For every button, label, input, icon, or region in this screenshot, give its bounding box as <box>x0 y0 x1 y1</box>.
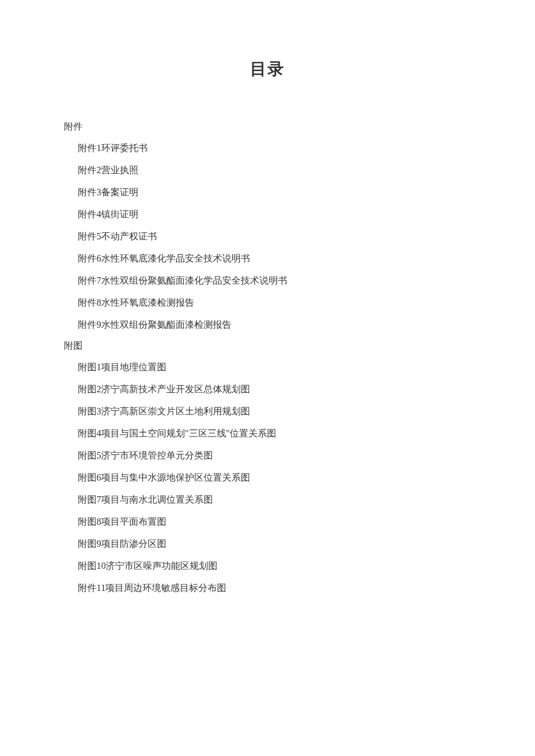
document-title: 目录 <box>64 58 471 80</box>
toc-item: 附图7项目与南水北调位置关系图 <box>64 493 471 507</box>
toc-item: 附件3备案证明 <box>64 185 471 199</box>
toc-item: 附件4镇街证明 <box>64 207 471 221</box>
toc-item: 附图10济宁市区噪声功能区规划图 <box>64 559 471 573</box>
toc-item: 附件11项目周边环境敏感目标分布图 <box>64 581 471 595</box>
toc-item: 附图9项目防渗分区图 <box>64 537 471 551</box>
toc-item: 附图6项目与集中水源地保护区位置关系图 <box>64 471 471 485</box>
toc-item: 附图3济宁高新区崇文片区土地利用规划图 <box>64 404 471 418</box>
toc-item: 附件2营业执照 <box>64 163 471 177</box>
toc-item: 附图1项目地理位置图 <box>64 360 471 374</box>
toc-item: 附图8项目平面布置图 <box>64 515 471 529</box>
toc-item: 附图2济宁高新技术产业开发区总体规划图 <box>64 382 471 396</box>
toc-item: 附件9水性双组份聚氨酯面漆检测报告 <box>64 318 471 332</box>
toc-item: 附图4项目与国土空间规划"三区三线"位置关系图 <box>64 427 471 440</box>
section-heading-figures: 附图 <box>64 340 471 352</box>
toc-item: 附件5不动产权证书 <box>64 230 471 243</box>
toc-item: 附件1环评委托书 <box>64 141 471 155</box>
page-container: 目录 附件 附件1环评委托书 附件2营业执照 附件3备案证明 附件4镇街证明 附… <box>0 0 535 595</box>
toc-item: 附件8水性环氧底漆检测报告 <box>64 296 471 310</box>
toc-item: 附图5济宁市环境管控单元分类图 <box>64 449 471 463</box>
section-heading-attachments: 附件 <box>64 121 471 133</box>
toc-item: 附件7水性双组份聚氨酯面漆化学品安全技术说明书 <box>64 274 471 288</box>
toc-item: 附件6水性环氧底漆化学品安全技术说明书 <box>64 252 471 266</box>
